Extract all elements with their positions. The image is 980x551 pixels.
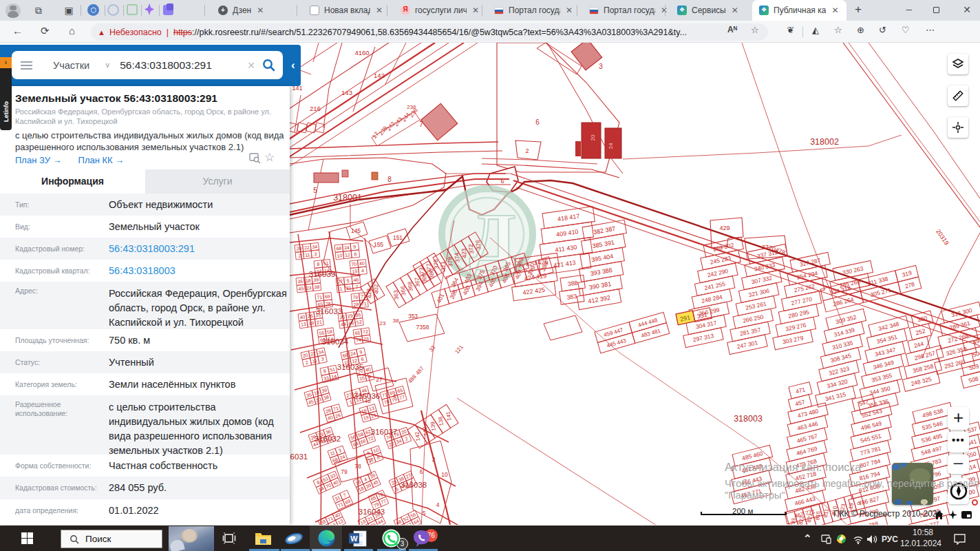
svg-text:24: 24 [344, 245, 350, 251]
svg-text:78: 78 [326, 301, 332, 306]
svg-text:11: 11 [312, 358, 318, 364]
svg-text:48: 48 [348, 320, 354, 326]
svg-text:34: 34 [312, 244, 318, 249]
svg-text:2: 2 [298, 253, 301, 258]
svg-text:56: 56 [319, 330, 325, 335]
svg-text:318002: 318002 [810, 137, 839, 147]
svg-text:68: 68 [336, 246, 342, 251]
svg-text:4: 4 [436, 501, 440, 508]
svg-text:71: 71 [361, 301, 368, 306]
svg-text:79: 79 [341, 468, 348, 475]
svg-text:236: 236 [407, 104, 416, 110]
svg-text:37: 37 [762, 244, 769, 251]
svg-text:316035: 316035 [337, 363, 363, 371]
svg-text:46: 46 [365, 398, 371, 404]
svg-text:145: 145 [351, 227, 361, 234]
svg-text:318003: 318003 [734, 414, 763, 424]
svg-text:52: 52 [356, 320, 362, 325]
svg-text:316033: 316033 [316, 307, 342, 315]
svg-text:58: 58 [327, 329, 333, 335]
svg-text:77: 77 [365, 457, 372, 464]
svg-text:27: 27 [337, 279, 343, 284]
svg-text:10: 10 [441, 471, 448, 478]
svg-text:143: 143 [341, 89, 352, 96]
svg-text:316032: 316032 [315, 435, 341, 443]
svg-text:7: 7 [419, 121, 423, 128]
svg-text:29: 29 [348, 313, 354, 319]
svg-text:2: 2 [432, 456, 436, 463]
svg-text:383: 383 [566, 293, 577, 301]
svg-text:5: 5 [423, 510, 426, 517]
svg-text:79: 79 [352, 295, 359, 300]
svg-text:66: 66 [354, 330, 361, 335]
svg-text:35: 35 [297, 279, 303, 284]
svg-text:45: 45 [298, 286, 304, 291]
svg-text:7358: 7358 [416, 324, 429, 331]
svg-text:38: 38 [314, 284, 320, 290]
svg-text:40: 40 [359, 261, 365, 267]
svg-text:4: 4 [392, 393, 396, 399]
svg-text:316038: 316038 [401, 481, 427, 489]
svg-text:10: 10 [337, 253, 343, 258]
svg-text:24: 24 [608, 143, 614, 149]
svg-text:71: 71 [317, 295, 323, 300]
svg-text:3: 3 [314, 251, 317, 256]
svg-text:78: 78 [354, 463, 361, 470]
svg-text:20: 20 [590, 134, 596, 141]
svg-text:316043: 316043 [359, 508, 385, 516]
svg-text:380: 380 [427, 269, 435, 279]
svg-text:316039: 316039 [309, 270, 335, 278]
svg-text:8: 8 [387, 176, 392, 183]
svg-text:141: 141 [445, 410, 453, 421]
svg-text:216: 216 [310, 105, 321, 112]
svg-text:1: 1 [339, 286, 343, 291]
svg-text:76: 76 [363, 336, 370, 342]
svg-text:22: 22 [304, 245, 310, 251]
svg-text:5: 5 [313, 187, 317, 194]
svg-text:5: 5 [346, 278, 350, 283]
svg-text:21: 21 [316, 320, 322, 325]
svg-text:353: 353 [408, 313, 418, 320]
svg-text:155: 155 [374, 241, 383, 248]
svg-text:13: 13 [301, 322, 307, 327]
svg-text:6: 6 [420, 468, 423, 475]
svg-text:15: 15 [352, 269, 358, 274]
svg-text:46: 46 [353, 277, 359, 282]
svg-text:51: 51 [323, 261, 330, 267]
svg-text:6: 6 [535, 118, 540, 126]
svg-text:2: 2 [525, 147, 529, 154]
svg-text:28: 28 [353, 302, 359, 307]
svg-text:69: 69 [325, 294, 331, 300]
svg-text:316034: 316034 [322, 337, 349, 346]
svg-text:23: 23 [380, 320, 386, 326]
svg-text:23: 23 [306, 285, 312, 291]
svg-text:316037: 316037 [371, 428, 397, 436]
svg-text:8: 8 [317, 262, 320, 267]
svg-text:31: 31 [346, 285, 352, 291]
svg-text:12: 12 [345, 252, 351, 258]
svg-text:70: 70 [351, 262, 357, 267]
svg-text:429: 429 [719, 225, 729, 231]
svg-text:9: 9 [353, 245, 356, 249]
svg-text:44: 44 [341, 322, 347, 327]
svg-text:65: 65 [317, 302, 323, 307]
svg-text:378: 378 [432, 259, 440, 269]
svg-text:19: 19 [308, 320, 315, 326]
svg-text:18: 18 [306, 278, 312, 284]
svg-text:77: 77 [361, 294, 367, 300]
svg-text:72: 72 [363, 329, 369, 335]
svg-text:20: 20 [296, 246, 302, 251]
svg-text:4160: 4160 [354, 49, 369, 56]
svg-text:36: 36 [355, 312, 361, 318]
svg-text:388: 388 [567, 280, 578, 288]
svg-text:376: 376 [474, 240, 482, 250]
svg-text:38: 38 [393, 318, 399, 324]
svg-text:3: 3 [599, 63, 603, 70]
svg-text:74: 74 [356, 337, 362, 343]
svg-text:11: 11 [305, 252, 310, 258]
svg-text:7: 7 [355, 284, 359, 289]
svg-text:40: 40 [299, 314, 306, 320]
svg-text:6: 6 [354, 251, 357, 256]
svg-text:26: 26 [308, 313, 314, 319]
svg-text:151: 151 [393, 234, 403, 241]
